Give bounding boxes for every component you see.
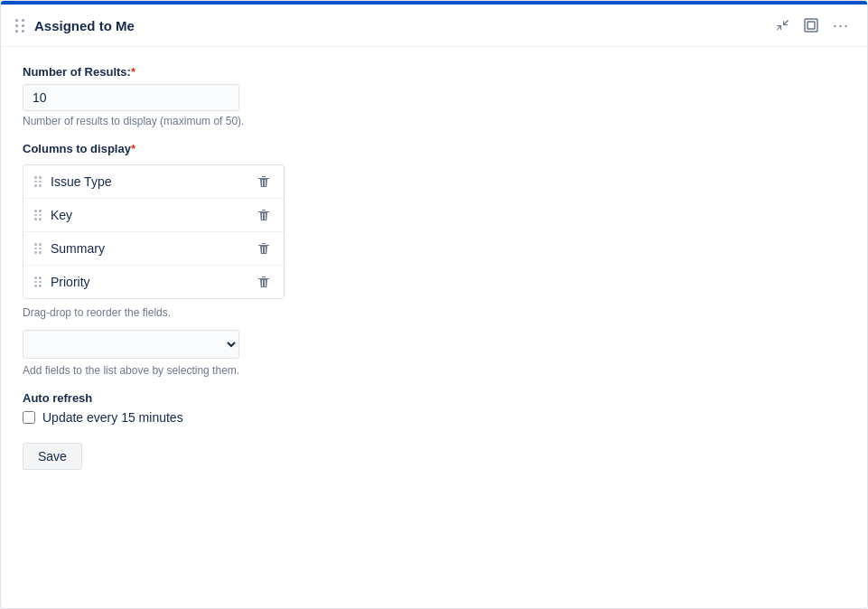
column-drag-handle-priority[interactable] xyxy=(34,276,42,287)
add-field-select[interactable]: Assignee Status Created Updated Due Date xyxy=(23,330,239,359)
trash-icon xyxy=(257,276,270,288)
column-drag-handle-key[interactable] xyxy=(34,210,42,220)
number-of-results-group: Number of Results:* Number of results to… xyxy=(23,65,845,127)
trash-icon xyxy=(257,242,270,255)
header-left: Assigned to Me xyxy=(15,18,135,33)
delete-summary-button[interactable] xyxy=(255,239,273,258)
auto-refresh-checkbox-label[interactable]: Update every 15 minutes xyxy=(42,410,183,425)
column-list: Issue Type xyxy=(23,164,285,299)
widget-title: Assigned to Me xyxy=(34,18,135,33)
columns-section: Columns to display* Issue Type xyxy=(23,142,845,377)
save-button[interactable]: Save xyxy=(23,443,82,470)
more-options-icon: ··· xyxy=(833,17,849,33)
column-item-summary-left: Summary xyxy=(34,241,105,256)
expand-icon xyxy=(804,18,818,33)
auto-refresh-section: Auto refresh Update every 15 minutes xyxy=(23,391,845,425)
number-of-results-input[interactable] xyxy=(23,84,239,111)
column-item-issue-type: Issue Type xyxy=(23,165,284,199)
columns-label: Columns to display* xyxy=(23,142,845,155)
svg-rect-0 xyxy=(805,19,817,32)
widget-container: Assigned to Me ··· Number of Resu xyxy=(0,0,868,609)
delete-priority-button[interactable] xyxy=(255,273,273,291)
number-of-results-label: Number of Results:* xyxy=(23,65,845,79)
widget-header: Assigned to Me ··· xyxy=(1,5,867,47)
expand-button[interactable] xyxy=(800,14,822,36)
column-item-key: Key xyxy=(23,199,284,232)
column-item-priority: Priority xyxy=(23,266,284,298)
widget-body: Number of Results:* Number of results to… xyxy=(1,47,867,608)
column-item-priority-left: Priority xyxy=(34,275,90,289)
column-item-key-left: Key xyxy=(34,208,72,222)
column-item-left: Issue Type xyxy=(34,174,111,189)
column-name-issue-type: Issue Type xyxy=(51,174,111,189)
column-name-summary: Summary xyxy=(51,241,105,256)
svg-rect-1 xyxy=(807,22,815,29)
trash-icon xyxy=(257,209,270,221)
trash-icon xyxy=(257,175,270,188)
column-item-summary: Summary xyxy=(23,232,284,266)
auto-refresh-checkbox[interactable] xyxy=(23,411,35,424)
more-options-button[interactable]: ··· xyxy=(829,14,853,37)
columns-required-star: * xyxy=(131,142,135,155)
column-drag-handle-summary[interactable] xyxy=(34,243,42,254)
add-field-hint: Add fields to the list above by selectin… xyxy=(23,364,845,377)
column-name-key: Key xyxy=(51,208,72,222)
number-of-results-hint: Number of results to display (maximum of… xyxy=(23,115,845,127)
collapse-icon xyxy=(775,18,789,33)
drag-handle-icon[interactable] xyxy=(15,19,25,33)
collapse-button[interactable] xyxy=(771,14,793,36)
delete-key-button[interactable] xyxy=(255,206,273,224)
delete-issue-type-button[interactable] xyxy=(255,173,273,191)
column-name-priority: Priority xyxy=(51,275,90,289)
auto-refresh-label: Auto refresh xyxy=(23,391,845,405)
drag-drop-hint: Drag-drop to reorder the fields. xyxy=(23,306,845,319)
column-drag-handle-issue-type[interactable] xyxy=(34,176,42,187)
header-actions: ··· xyxy=(771,14,853,37)
required-star: * xyxy=(131,65,135,79)
checkbox-row: Update every 15 minutes xyxy=(23,410,845,425)
